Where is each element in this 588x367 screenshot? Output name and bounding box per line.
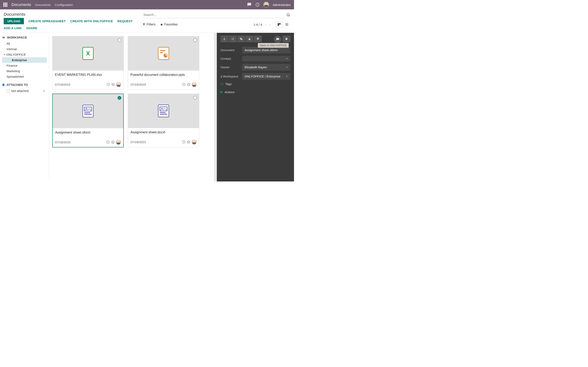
chat-icon [276,38,279,41]
sidebar-item-enterprise[interactable]: Enterprise [2,57,47,63]
search-icon[interactable] [286,13,290,17]
favorite-star-icon[interactable] [187,140,190,144]
card-select-radio[interactable] [118,96,121,100]
activity-icon[interactable] [182,140,186,144]
replace-button[interactable] [237,36,245,42]
create-onlyoffice-button[interactable]: CREATE WITH ONLYOFFICE [70,19,113,23]
actions-label: Actions [225,90,234,94]
lock-button[interactable] [246,36,253,42]
favorite-star-icon[interactable] [111,83,115,86]
ppt-file-icon [157,47,170,60]
not-attached-checkbox[interactable] [7,89,9,92]
svg-rect-8 [160,50,165,51]
svg-rect-22 [160,114,167,115]
chat-button[interactable] [274,36,281,43]
detail-owner-label: Owner [221,66,242,69]
svg-rect-3 [279,23,281,25]
card-title: Assignment sheet.oform [55,131,121,134]
detail-contact-row: Contact ▼ [221,56,290,61]
main-area: WORKSPACE All Internal ▼ ONLYOFFICE Ente… [0,33,294,182]
card-select-radio[interactable] [118,38,121,42]
download-button[interactable] [221,36,228,42]
svg-rect-29 [286,39,287,40]
favorite-star-icon[interactable] [111,140,115,144]
card-select-radio[interactable] [193,38,197,42]
list-view-button[interactable] [283,21,290,27]
detail-workspace-label: ▮Workspace [221,75,242,78]
add-link-button[interactable]: ADD A LINK [4,26,22,30]
card-select-radio[interactable] [193,96,197,100]
sidebar-item-all[interactable]: All [2,41,47,46]
share-panel-button[interactable] [229,36,237,42]
folder-icon: ▮ [221,75,222,78]
svg-rect-27 [249,39,250,40]
form-file-icon [157,104,170,117]
sidebar-item-internal[interactable]: Internal [2,46,47,52]
activity-icon[interactable] [106,140,110,144]
detail-owner-value[interactable]: Elizabeth Rayen▼ [242,64,290,71]
attached-heading: ATTACHED TO [2,83,47,86]
messages-icon[interactable] [247,2,251,7]
document-card[interactable]: Assignment sheet.oform 07/18/2023 [52,94,124,147]
sidebar: WORKSPACE All Internal ▼ ONLYOFFICE Ente… [0,33,49,182]
activity-icon[interactable] [182,83,186,86]
folder-icon [2,36,5,39]
kanban-view-button[interactable] [276,21,283,27]
clock-icon[interactable] [255,2,260,7]
apps-grid-icon[interactable] [3,3,7,7]
card-title: Assignment sheet.docxf [130,131,197,134]
action-row-1: UPLOAD CREATE SPREADSHEET CREATE WITH ON… [4,18,143,24]
favorite-star-icon[interactable] [187,83,190,86]
app-title[interactable]: Documents [11,2,31,7]
header-left: Documents UPLOAD CREATE SPREADSHEET CREA… [4,12,143,30]
detail-workspace-value[interactable]: ONLYOFFICE / Enterprise▼ [242,73,290,80]
sidebar-item-onlyoffice[interactable]: ▼ ONLYOFFICE [2,52,47,57]
star-icon [160,23,163,26]
navbar-right: Administrator [247,2,291,8]
caret-down-icon: ▼ [286,58,288,60]
pager-next[interactable]: › [269,22,270,27]
archive-button[interactable] [283,36,290,42]
user-avatar[interactable] [263,2,269,8]
tags-section[interactable]: 🏷 Tags [221,82,290,86]
sidebar-item-marketing[interactable]: Marketing [2,68,47,74]
nav-link-documents[interactable]: Documents [35,3,51,7]
filters-button[interactable]: Filters [143,23,156,26]
tag-icon: 🏷 [221,82,224,86]
card-title: EVENT MARKETING PLAN.xlsx [55,73,121,77]
document-card[interactable]: Powerful document collaboration.pptx 07/… [128,36,199,90]
filter-controls: Filters Favorites [143,23,178,26]
activity-icon[interactable] [106,83,110,86]
detail-contact-label: Contact [221,57,242,60]
stack-button[interactable] [254,36,262,42]
detail-contact-value[interactable]: ▼ [242,56,290,61]
workspace-heading-label: WORKSPACE [7,36,27,39]
document-card[interactable]: Assignment sheet.docxf 07/18/2023 [128,94,199,147]
search-input[interactable] [143,12,285,18]
share-icon [231,37,234,41]
favorites-button[interactable]: Favorites [160,23,178,26]
nav-link-configuration[interactable]: Configuration [55,3,73,7]
not-attached-row[interactable]: Not attached 4 [2,88,47,94]
request-button[interactable]: REQUEST [117,19,133,23]
archive-icon [285,38,288,40]
unlock-icon [248,37,251,41]
card-date: 07/18/2023 [130,140,146,144]
card-thumbnail [53,94,123,128]
page-title: Documents [4,12,143,17]
sidebar-item-finance[interactable]: Finance [2,63,47,68]
attached-heading-label: ATTACHED TO [7,83,28,86]
upload-button[interactable]: UPLOAD [4,18,24,24]
pager-prev[interactable]: ‹ [265,22,266,27]
share-button[interactable]: SHARE [26,26,37,30]
document-card[interactable]: X EVENT MARKETING PLAN.xlsx 07/19/2023 [52,36,124,90]
svg-rect-15 [84,112,90,113]
pager-area: 1-4 / 4 ‹ › [253,21,290,27]
sidebar-item-spreadsheet[interactable]: Spreadsheet [2,74,47,79]
search-wrap [143,12,290,18]
create-spreadsheet-button[interactable]: CREATE SPREADSHEET [28,19,66,23]
caret-down-icon: ▼ [286,66,288,68]
actions-section[interactable]: ▶ Actions [221,90,290,94]
scrollbar[interactable] [214,33,217,182]
user-label[interactable]: Administrator [273,3,291,7]
